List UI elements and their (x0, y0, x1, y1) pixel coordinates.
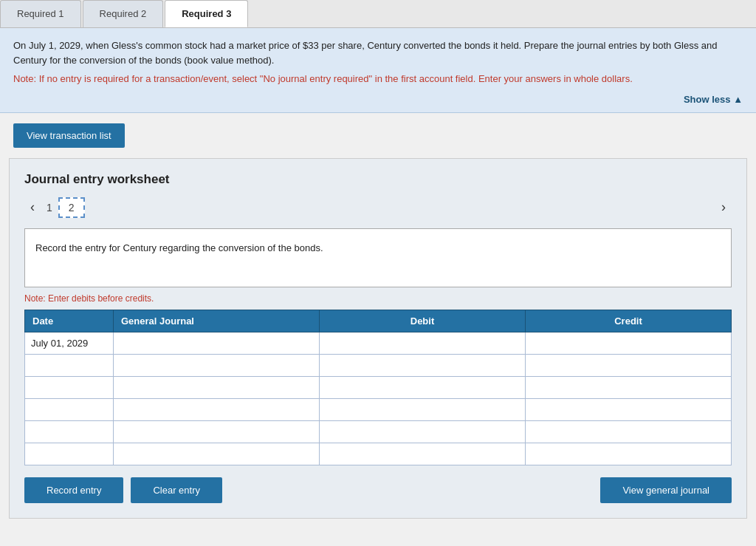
table-row (25, 443, 732, 465)
entry-description: Record the entry for Century regarding t… (24, 228, 732, 287)
row5-credit-input[interactable] (526, 421, 731, 443)
page-2-button[interactable]: 2 (58, 197, 85, 218)
tab-required2[interactable]: Required 2 (83, 0, 164, 27)
row4-journal[interactable] (114, 398, 320, 420)
row5-journal-input[interactable] (114, 421, 319, 443)
row1-credit-input[interactable] (526, 332, 731, 354)
row2-credit[interactable] (526, 354, 732, 376)
row4-date (25, 398, 114, 420)
page-1-button[interactable]: 1 (41, 199, 58, 216)
row5-date (25, 420, 114, 443)
row2-credit-input[interactable] (526, 355, 731, 376)
row2-journal[interactable] (114, 354, 320, 376)
row5-journal[interactable] (114, 420, 320, 443)
row3-debit[interactable] (320, 376, 526, 398)
row5-credit[interactable] (526, 420, 732, 443)
record-entry-button[interactable]: Record entry (24, 477, 123, 503)
table-row (25, 376, 732, 398)
clear-entry-button[interactable]: Clear entry (131, 477, 222, 503)
row4-debit[interactable] (320, 398, 526, 420)
show-less-button[interactable]: Show less ▲ (13, 91, 743, 105)
table-row (25, 354, 732, 376)
row3-credit[interactable] (526, 376, 732, 398)
row4-debit-input[interactable] (320, 399, 525, 420)
row2-journal-input[interactable] (114, 355, 319, 376)
row4-credit[interactable] (526, 398, 732, 420)
row6-debit[interactable] (320, 443, 526, 465)
tab-required1[interactable]: Required 1 (0, 0, 81, 27)
row4-journal-input[interactable] (114, 399, 319, 420)
row6-credit[interactable] (526, 443, 732, 465)
info-note-red: Note: If no entry is required for a tran… (13, 72, 743, 86)
row3-journal-input[interactable] (114, 377, 319, 398)
tabs-container: Required 1 Required 2 Required 3 (0, 0, 756, 28)
view-general-journal-button[interactable]: View general journal (600, 477, 732, 503)
row2-debit[interactable] (320, 354, 526, 376)
col-date: Date (25, 310, 114, 332)
col-credit: Credit (526, 310, 732, 332)
table-row (25, 420, 732, 443)
row4-credit-input[interactable] (526, 399, 731, 420)
view-transaction-button[interactable]: View transaction list (13, 123, 125, 148)
prev-page-button[interactable]: ‹ (24, 198, 41, 216)
action-buttons-row: Record entry Clear entry View general jo… (24, 477, 732, 503)
table-row: July 01, 2029 (25, 332, 732, 354)
info-box: On July 1, 2029, when Gless's common sto… (0, 28, 756, 113)
table-row (25, 398, 732, 420)
row3-journal[interactable] (114, 376, 320, 398)
debits-note: Note: Enter debits before credits. (24, 293, 732, 304)
tab-required3[interactable]: Required 3 (165, 0, 248, 27)
row1-journal-input[interactable] (114, 332, 319, 354)
worksheet-container: Journal entry worksheet ‹ 1 2 › Record t… (9, 158, 747, 519)
col-debit: Debit (320, 310, 526, 332)
row1-credit[interactable] (526, 332, 732, 354)
row6-date (25, 443, 114, 465)
row2-date (25, 354, 114, 376)
row6-debit-input[interactable] (320, 443, 525, 465)
journal-table: Date General Journal Debit Credit July 0… (24, 310, 732, 465)
row1-date: July 01, 2029 (25, 332, 114, 354)
row6-journal-input[interactable] (114, 443, 319, 465)
info-main-text: On July 1, 2029, when Gless's common sto… (13, 38, 743, 67)
next-page-button[interactable]: › (715, 198, 732, 216)
row3-debit-input[interactable] (320, 377, 525, 398)
row1-debit-input[interactable] (320, 332, 525, 354)
col-general-journal: General Journal (114, 310, 320, 332)
nav-row: ‹ 1 2 › (24, 197, 732, 218)
row3-date (25, 376, 114, 398)
worksheet-title: Journal entry worksheet (24, 172, 732, 187)
row3-credit-input[interactable] (526, 377, 731, 398)
row5-debit[interactable] (320, 420, 526, 443)
row6-credit-input[interactable] (526, 443, 731, 465)
row5-debit-input[interactable] (320, 421, 525, 443)
row2-debit-input[interactable] (320, 355, 525, 376)
row1-debit[interactable] (320, 332, 526, 354)
row1-journal[interactable] (114, 332, 320, 354)
row6-journal[interactable] (114, 443, 320, 465)
